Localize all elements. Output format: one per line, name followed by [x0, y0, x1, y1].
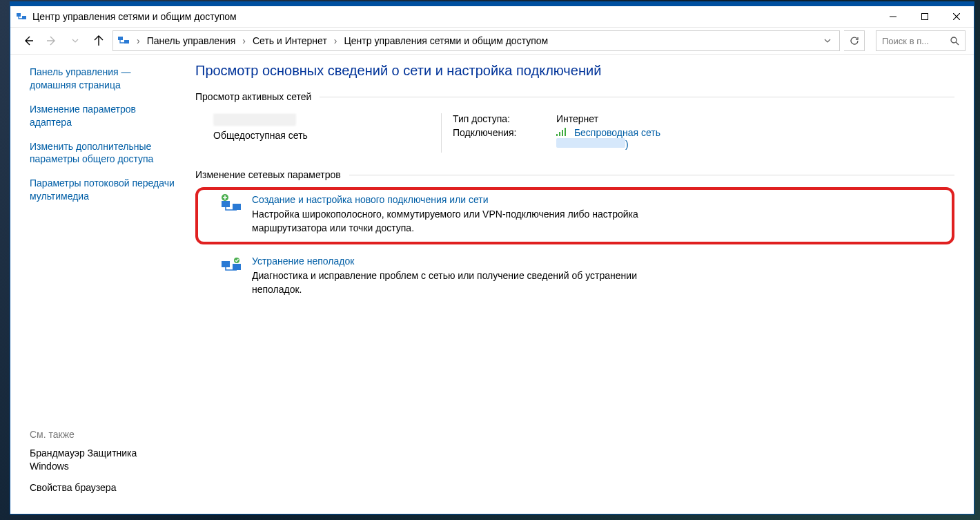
- option-desc: Диагностика и исправление проблем с сеть…: [252, 269, 680, 296]
- chevron-down-icon: [824, 37, 831, 44]
- arrow-left-icon: [23, 35, 34, 46]
- nav-up-button[interactable]: [89, 31, 108, 50]
- connections-value: Беспроводная сеть ): [556, 127, 660, 150]
- page-title: Просмотр основных сведений о сети и наст…: [195, 63, 954, 79]
- sidebar-link-home[interactable]: Панель управления — домашняя страница: [30, 66, 177, 92]
- window: Центр управления сетями и общим доступом: [10, 1, 974, 514]
- change-settings-section: Создание и настройка нового подключения …: [195, 187, 954, 306]
- search-box[interactable]: [876, 30, 966, 51]
- svg-rect-6: [222, 201, 230, 207]
- svg-rect-9: [222, 261, 230, 267]
- chevron-right-icon: ›: [239, 35, 248, 46]
- see-also-browser-properties[interactable]: Свойства браузера: [30, 481, 177, 494]
- breadcrumb-item[interactable]: Панель управления: [147, 35, 236, 46]
- sidebar: Панель управления — домашняя страница Из…: [10, 55, 188, 514]
- svg-point-5: [951, 37, 957, 43]
- active-network-left: Общедоступная сеть: [213, 113, 441, 153]
- address-dropdown-button[interactable]: [820, 37, 835, 44]
- option-new-connection[interactable]: Создание и настройка нового подключения …: [195, 187, 954, 244]
- network-center-icon: [117, 35, 130, 47]
- wifi-name-redacted: [556, 138, 625, 148]
- option-desc: Настройка широкополосного, коммутируемог…: [252, 208, 680, 235]
- arrow-right-icon: [46, 35, 57, 46]
- connection-link[interactable]: Беспроводная сеть: [574, 127, 660, 138]
- nav-back-button[interactable]: [19, 31, 38, 50]
- sidebar-link-advanced-sharing[interactable]: Изменить дополнительные параметры общего…: [30, 140, 177, 166]
- chevron-down-icon: [72, 37, 79, 44]
- close-icon: [953, 13, 960, 20]
- active-network-block: Общедоступная сеть Тип доступа: Интернет…: [195, 109, 954, 169]
- change-settings-heading: Изменение сетевых параметров: [195, 169, 954, 180]
- svg-rect-7: [233, 204, 241, 210]
- main-panel: Просмотр основных сведений о сети и наст…: [188, 55, 974, 514]
- chevron-right-icon: ›: [331, 35, 340, 46]
- maximize-button[interactable]: [909, 7, 941, 26]
- svg-rect-10: [233, 264, 241, 270]
- search-icon: [950, 37, 959, 46]
- sidebar-link-media-streaming[interactable]: Параметры потоковой передачи мультимедиа: [30, 177, 177, 203]
- refresh-button[interactable]: [844, 30, 865, 51]
- svg-rect-3: [118, 37, 123, 40]
- see-also-heading: См. также: [30, 429, 177, 440]
- option-title[interactable]: Устранение неполадок: [252, 256, 680, 267]
- network-type-label: Общедоступная сеть: [213, 130, 441, 141]
- breadcrumb-item[interactable]: Сеть и Интернет: [253, 35, 327, 46]
- svg-rect-2: [922, 14, 928, 20]
- address-bar[interactable]: › Панель управления › Сеть и Интернет › …: [112, 30, 840, 51]
- new-connection-icon: [220, 194, 242, 212]
- access-type-value: Интернет: [556, 113, 598, 124]
- chevron-right-icon: ›: [134, 35, 143, 46]
- titlebar-controls: [877, 7, 972, 26]
- content-body: Панель управления — домашняя страница Из…: [10, 55, 974, 514]
- network-name-redacted: [213, 113, 296, 126]
- see-also-firewall[interactable]: Брандмауэр Защитника Windows: [30, 447, 177, 473]
- minimize-icon: [890, 13, 896, 20]
- svg-rect-0: [17, 13, 21, 17]
- maximize-icon: [921, 13, 928, 20]
- wifi-signal-icon: [556, 128, 567, 136]
- connections-label: Подключения:: [453, 127, 556, 138]
- option-troubleshoot[interactable]: Устранение неполадок Диагностика и испра…: [195, 249, 954, 306]
- toolbar: › Панель управления › Сеть и Интернет › …: [10, 27, 974, 55]
- breadcrumb-item[interactable]: Центр управления сетями и общим доступом: [344, 35, 548, 46]
- search-input[interactable]: [882, 36, 948, 46]
- access-type-label: Тип доступа:: [453, 113, 556, 124]
- arrow-up-icon: [93, 35, 104, 46]
- recent-dropdown-button[interactable]: [66, 31, 85, 50]
- close-button[interactable]: [941, 7, 972, 26]
- minimize-button[interactable]: [877, 7, 909, 26]
- troubleshoot-icon: [220, 256, 242, 273]
- network-center-icon: [16, 11, 27, 22]
- active-networks-heading: Просмотр активных сетей: [195, 91, 954, 102]
- sidebar-link-adapter-settings[interactable]: Изменение параметров адаптера: [30, 103, 177, 129]
- window-title: Центр управления сетями и общим доступом: [32, 11, 877, 22]
- refresh-icon: [850, 36, 859, 46]
- nav-forward-button[interactable]: [42, 31, 61, 50]
- titlebar: Центр управления сетями и общим доступом: [10, 6, 974, 27]
- connection-paren: ): [625, 139, 629, 150]
- active-network-right: Тип доступа: Интернет Подключения: Беспр…: [441, 113, 660, 153]
- option-title[interactable]: Создание и настройка нового подключения …: [252, 194, 680, 205]
